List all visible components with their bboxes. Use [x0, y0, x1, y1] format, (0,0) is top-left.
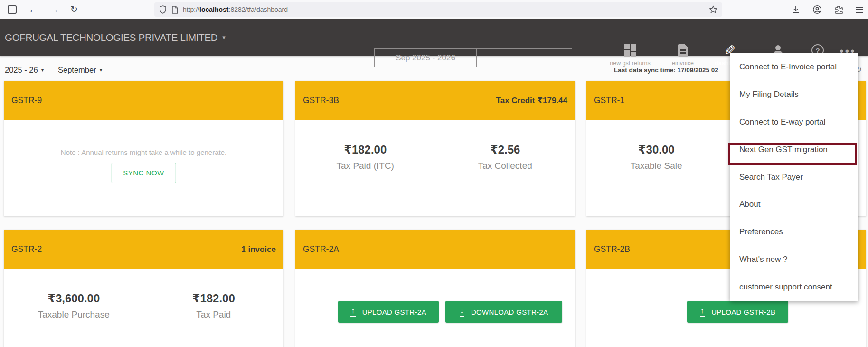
metric-tax-collected: ₹2.56 Tax Collected	[434, 142, 576, 171]
button-label: UPLOAD GSTR-2A	[362, 308, 426, 316]
upload-icon: ↑	[350, 307, 355, 317]
metric-label: Taxable Sale	[585, 161, 727, 171]
menu-item-customer-support-consent[interactable]: customer support consent	[730, 273, 858, 301]
card-gstr2: GSTR-2 1 invoice ₹3,600.00 Taxable Purch…	[4, 230, 283, 347]
card-gstr2a: GSTR-2A ↑ UPLOAD GSTR-2A ↓ DOWNLOAD GSTR…	[295, 230, 575, 347]
month-filter[interactable]: September ▾	[58, 66, 102, 75]
sync-now-button[interactable]: SYNC NOW	[111, 163, 176, 183]
company-name: GOFRUGAL TECHNOLOGIES PRIVATE LIMITED	[5, 32, 217, 43]
card-gstr3b-header: GSTR-3B Tax Credit ₹179.44	[295, 81, 575, 120]
metric-value: ₹3,600.00	[2, 290, 145, 307]
metric-label: Tax Collected	[434, 161, 576, 171]
card-gstr2-header: GSTR-2 1 invoice	[4, 230, 283, 269]
more-dropdown-menu: Connect to E-Invoice portal My Filing De…	[730, 53, 858, 301]
card-title: GSTR-9	[11, 96, 42, 106]
card-title: GSTR-3B	[303, 96, 339, 106]
metric-value: ₹2.56	[434, 142, 576, 158]
download-icon: ↓	[460, 307, 464, 317]
metric-tax-paid-itc: ₹182.00 Tax Paid (ITC)	[294, 142, 436, 171]
card-gstr3b: GSTR-3B Tax Credit ₹179.44 ₹182.00 Tax P…	[295, 81, 575, 216]
metric-label: Taxable Purchase	[2, 309, 145, 320]
menu-item-connect-einvoice-portal[interactable]: Connect to E-Invoice portal	[730, 53, 858, 81]
period-selector[interactable]: Sep 2025 - 2026	[374, 48, 477, 67]
period-secondary-box[interactable]	[476, 48, 572, 67]
grid-icon	[624, 42, 636, 59]
url-scheme: http://	[183, 6, 199, 13]
nav-label: new gst returns	[610, 60, 650, 67]
year-filter-value: 2025 - 26	[5, 66, 38, 75]
menu-item-search-tax-payer[interactable]: Search Tax Payer	[730, 164, 858, 191]
card-gstr9-header: GSTR-9	[4, 81, 283, 120]
menu-item-connect-eway-portal[interactable]: Connect to E-way portal	[730, 108, 858, 136]
url-path: :8282/tfa/dashboard	[229, 6, 288, 13]
downloads-icon[interactable]	[792, 5, 800, 14]
year-filter[interactable]: 2025 - 26 ▾	[5, 66, 44, 75]
download-gstr2a-button[interactable]: ↓ DOWNLOAD GSTR-2A	[445, 301, 562, 323]
card-gstr2a-header: GSTR-2A	[295, 230, 575, 269]
url-bar[interactable]: http://localhost:8282/tfa/dashboard	[154, 2, 722, 17]
chevron-down-icon: ▾	[100, 67, 103, 73]
window-icon[interactable]	[8, 5, 17, 14]
upload-gstr2a-button[interactable]: ↑ UPLOAD GSTR-2A	[338, 301, 439, 323]
button-label: DOWNLOAD GSTR-2A	[471, 308, 548, 316]
upload-icon: ↑	[700, 307, 705, 317]
nav-label: einvoice	[672, 60, 694, 67]
metric-value: ₹30.00	[585, 142, 727, 158]
extensions-icon[interactable]	[834, 5, 843, 14]
shield-icon[interactable]	[159, 5, 167, 14]
upload-gstr2b-button[interactable]: ↑ UPLOAD GSTR-2B	[687, 301, 788, 323]
invoice-count-badge: 1 invoice	[241, 245, 276, 254]
button-label: UPLOAD GSTR-2B	[711, 308, 775, 316]
gstr9-note: Note : Annual returns might take a while…	[4, 148, 283, 156]
browser-chrome: ← → ↻ http://localhost:8282/tfa/dashboar…	[0, 0, 868, 19]
url-host: localhost	[199, 6, 228, 13]
app-header: GOFRUGAL TECHNOLOGIES PRIVATE LIMITED ▾ …	[0, 19, 868, 56]
forward-icon: →	[49, 3, 59, 16]
card-title: GSTR-2	[11, 244, 42, 254]
month-filter-value: September	[58, 66, 96, 75]
company-selector[interactable]: GOFRUGAL TECHNOLOGIES PRIVATE LIMITED ▾	[5, 19, 226, 56]
reload-icon[interactable]: ↻	[70, 3, 78, 16]
metric-taxable-sale: ₹30.00 Taxable Sale	[585, 142, 727, 171]
period-group: Sep 2025 - 2026	[374, 48, 572, 67]
menu-item-next-gen-gst-migration[interactable]: Next Gen GST migration	[730, 136, 858, 164]
menu-item-preferences[interactable]: Preferences	[730, 218, 858, 246]
menu-item-whats-new[interactable]: What's new ?	[730, 246, 858, 273]
browser-menu-icon[interactable]	[856, 7, 863, 13]
metric-taxable-purchase: ₹3,600.00 Taxable Purchase	[2, 290, 145, 320]
card-title: GSTR-1	[594, 96, 624, 106]
metric-value: ₹182.00	[294, 142, 436, 158]
url-text[interactable]: http://localhost:8282/tfa/dashboard	[183, 6, 288, 13]
browser-toolbar-icons	[792, 0, 863, 19]
card-title: GSTR-2B	[594, 244, 630, 254]
page-icon[interactable]	[171, 6, 178, 14]
metric-tax-paid: ₹182.00 Tax Paid	[142, 290, 285, 320]
metric-label: Tax Paid	[142, 309, 285, 320]
metric-value: ₹182.00	[142, 290, 285, 307]
card-gstr9: GSTR-9 Note : Annual returns might take …	[4, 81, 283, 216]
document-icon	[678, 42, 688, 59]
chevron-down-icon: ▾	[222, 34, 226, 41]
account-icon[interactable]	[812, 5, 822, 14]
menu-item-about[interactable]: About	[730, 191, 858, 218]
back-icon[interactable]: ←	[28, 3, 38, 16]
chevron-down-icon: ▾	[41, 67, 44, 73]
menu-item-my-filing-details[interactable]: My Filing Details	[730, 81, 858, 108]
last-sync-time: Last data sync time: 17/09/2025 02	[614, 67, 718, 74]
tax-credit-badge: Tax Credit ₹179.44	[496, 96, 567, 106]
metric-label: Tax Paid (ITC)	[294, 161, 436, 171]
bookmark-star-icon[interactable]	[709, 5, 717, 14]
card-title: GSTR-2A	[303, 244, 339, 254]
